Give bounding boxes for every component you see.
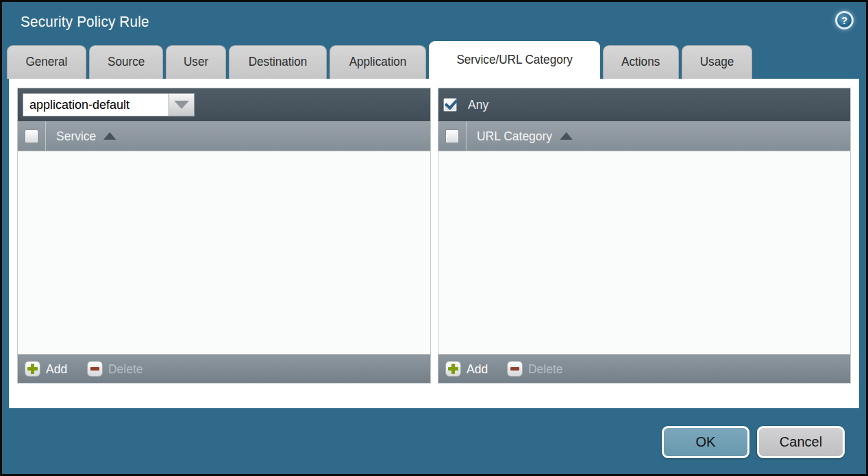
url-category-panel-toolbar: Add Delete [438,354,851,383]
tab-actions[interactable]: Actions [603,45,678,79]
service-panel: application-default Service [17,88,431,384]
url-category-column-header-label: URL Category [477,129,552,144]
url-category-select-all-checkbox[interactable] [445,129,459,143]
tab-application-label: Application [349,54,407,69]
tab-source-label: Source [108,54,145,69]
tab-user[interactable]: User [166,45,226,79]
sort-ascending-icon [560,132,572,140]
tab-general[interactable]: General [7,45,86,79]
tab-destination[interactable]: Destination [229,45,327,79]
url-category-list-body[interactable] [438,151,851,354]
service-type-dropdown[interactable]: application-default [23,93,195,116]
tab-content-service-url-category: application-default Service [9,79,859,408]
service-add-label: Add [46,362,67,377]
tab-usage[interactable]: Usage [682,45,752,79]
chevron-down-icon [174,101,189,109]
sort-ascending-icon [103,132,116,140]
tab-user-label: User [184,54,208,69]
url-category-delete-button[interactable]: Delete [507,361,566,377]
security-policy-rule-dialog: Security Policy Rule ? General Source Us… [0,0,868,476]
service-type-dropdown-button[interactable] [169,93,195,116]
dialog-footer: OK Cancel [2,408,866,474]
tab-general-label: General [25,54,67,69]
url-category-table-header: URL Category [438,121,851,151]
url-category-any-checkbox[interactable] [443,98,457,112]
url-category-select-all-cell [438,121,467,151]
url-category-delete-label: Delete [528,362,563,377]
service-list-body[interactable] [18,151,430,354]
url-category-add-label: Add [467,362,488,377]
service-panel-topbar: application-default [18,88,430,121]
tab-bar: General Source User Destination Applicat… [2,41,866,79]
service-panel-toolbar: Add Delete [18,354,430,383]
url-category-panel-topbar: Any [438,88,851,121]
tab-destination-label: Destination [249,54,308,69]
service-select-all-cell [18,121,46,151]
cancel-button[interactable]: Cancel [757,426,845,458]
plus-icon [445,361,461,377]
ok-button[interactable]: OK [662,426,749,458]
help-icon[interactable]: ? [835,11,854,29]
tab-service-url-category[interactable]: Service/URL Category [429,41,600,79]
tab-usage-label: Usage [699,54,733,69]
service-column-header-label: Service [56,129,96,144]
tab-application[interactable]: Application [330,45,426,79]
service-delete-button[interactable]: Delete [87,361,146,377]
tab-service-url-category-label: Service/URL Category [456,52,572,67]
service-delete-label: Delete [108,362,143,377]
minus-icon [87,361,103,377]
service-column-header[interactable]: Service [56,129,116,144]
plus-icon [25,361,40,377]
service-table-header: Service [18,121,430,151]
minus-icon [507,361,523,377]
tab-actions-label: Actions [621,54,660,69]
tab-source[interactable]: Source [89,45,163,79]
title-bar: Security Policy Rule ? [2,2,866,41]
dialog-title: Security Policy Rule [21,13,149,31]
service-add-button[interactable]: Add [25,361,69,377]
url-category-column-header[interactable]: URL Category [477,129,573,144]
service-select-all-checkbox[interactable] [25,129,38,143]
service-type-dropdown-value[interactable]: application-default [23,93,169,116]
url-category-any-label: Any [468,97,488,112]
url-category-panel: Any URL Category Add Delete [438,88,852,384]
url-category-add-button[interactable]: Add [445,361,490,377]
